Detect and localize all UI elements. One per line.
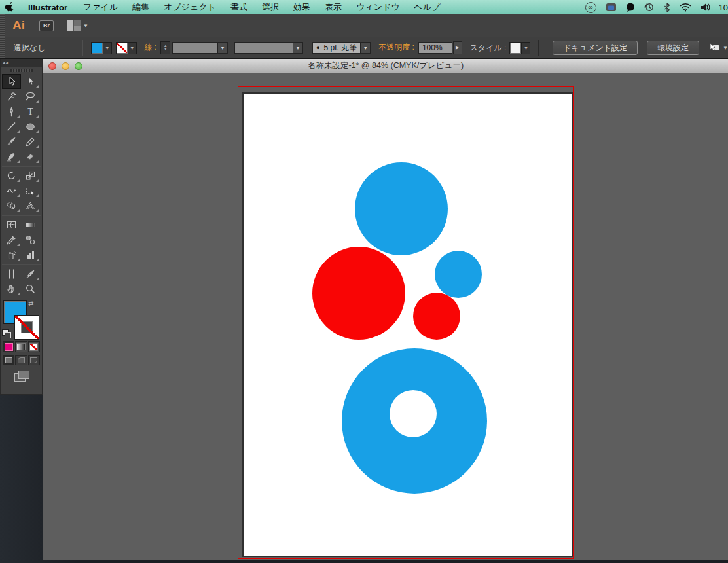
- blue-donut-hole[interactable]: [390, 390, 437, 437]
- width-profile-combo: ▼: [234, 42, 303, 54]
- selection-tool[interactable]: [2, 74, 21, 89]
- menu-object[interactable]: オブジェクト: [156, 0, 223, 14]
- menu-bar-status-icons: ∞ 10: [585, 0, 728, 14]
- direct-selection-tool[interactable]: [21, 74, 40, 89]
- free-transform-tool[interactable]: [21, 183, 40, 198]
- stroke-swatch[interactable]: [14, 315, 39, 340]
- panel-dock: ◂◂: [0, 59, 43, 563]
- stroke-weight-stepper[interactable]: ▲▼: [160, 41, 170, 54]
- draw-normal-button[interactable]: [3, 355, 14, 365]
- blue-circle-large[interactable]: [355, 162, 448, 255]
- menu-help[interactable]: ヘルプ: [407, 0, 448, 14]
- rotate-tool[interactable]: [2, 168, 21, 183]
- panel-collapse-control[interactable]: ◂◂: [1, 59, 42, 67]
- collapse-arrows-icon: ◂◂: [3, 60, 9, 65]
- none-button[interactable]: [28, 341, 40, 352]
- red-circle-small[interactable]: [413, 293, 460, 340]
- chevron-down-icon: ▼: [83, 23, 88, 29]
- swap-fill-stroke-icon[interactable]: ⇄: [28, 300, 33, 307]
- notification-bubble-icon[interactable]: [626, 0, 635, 14]
- display-mirroring-icon[interactable]: [606, 0, 617, 14]
- fill-dropdown-arrow-icon[interactable]: ▼: [103, 42, 112, 54]
- opacity-expand-icon[interactable]: ▶: [453, 41, 462, 54]
- fill-color-control[interactable]: ▼: [91, 42, 112, 54]
- screen-mode-control[interactable]: [1, 365, 42, 381]
- zoom-tool[interactable]: [21, 282, 40, 297]
- magic-wand-tool[interactable]: [2, 89, 21, 104]
- canvas[interactable]: [43, 73, 728, 560]
- menu-edit[interactable]: 編集: [125, 0, 156, 14]
- bridge-button[interactable]: Br: [39, 20, 54, 31]
- document-title-bar[interactable]: 名称未設定-1* @ 84% (CMYK/プレビュー): [43, 59, 728, 73]
- shape-builder-tool[interactable]: [2, 198, 21, 213]
- artboard[interactable]: [242, 92, 573, 557]
- menu-type[interactable]: 書式: [223, 0, 255, 14]
- draw-inside-button[interactable]: [28, 355, 40, 365]
- scale-tool[interactable]: [21, 168, 40, 183]
- style-swatch[interactable]: [509, 42, 522, 54]
- stroke-color-swatch[interactable]: [116, 42, 128, 54]
- wifi-icon[interactable]: [680, 0, 691, 14]
- gradient-tool[interactable]: [21, 217, 40, 232]
- eraser-tool[interactable]: [21, 149, 40, 164]
- style-control[interactable]: ▼: [509, 42, 530, 54]
- menu-window[interactable]: ウィンドウ: [349, 0, 407, 14]
- bluetooth-icon[interactable]: [664, 0, 670, 14]
- draw-behind-button[interactable]: [15, 355, 27, 365]
- opacity-value[interactable]: 100%: [418, 42, 452, 54]
- ellipse-tool[interactable]: [21, 119, 40, 134]
- stroke-weight-value: [172, 42, 218, 54]
- stroke-weight-label[interactable]: 線 :: [145, 42, 157, 54]
- perspective-grid-tool[interactable]: [21, 198, 40, 213]
- style-dropdown-icon[interactable]: ▼: [522, 42, 530, 54]
- blue-circle-small[interactable]: [435, 251, 482, 298]
- default-fill-stroke-icon[interactable]: [2, 329, 10, 338]
- red-circle-large[interactable]: [312, 247, 405, 340]
- symbol-sprayer-tool[interactable]: [2, 247, 21, 263]
- brush-definition-combo[interactable]: ●5 pt. 丸筆 ▼: [312, 42, 371, 54]
- fill-color-swatch[interactable]: [91, 42, 103, 54]
- blend-tool[interactable]: [21, 232, 40, 247]
- panel-grip[interactable]: [1, 67, 42, 73]
- slice-tool[interactable]: [21, 266, 40, 282]
- controlbar-grip: [0, 37, 5, 58]
- mesh-tool[interactable]: [2, 217, 21, 232]
- brush-field[interactable]: ●5 pt. 丸筆: [312, 42, 361, 54]
- arrange-documents-button[interactable]: ▼: [67, 20, 88, 31]
- menu-view[interactable]: 表示: [318, 0, 349, 14]
- eyedropper-tool[interactable]: [2, 232, 21, 247]
- width-tool[interactable]: [2, 183, 21, 198]
- document-setup-button[interactable]: ドキュメント設定: [553, 41, 638, 55]
- paintbrush-tool[interactable]: [2, 134, 21, 149]
- brush-dropdown-icon[interactable]: ▼: [361, 42, 371, 54]
- gradient-button[interactable]: [15, 341, 27, 352]
- menu-clock[interactable]: 10: [719, 3, 728, 12]
- opacity-label[interactable]: 不透明度 :: [378, 42, 414, 54]
- divider: [2, 264, 41, 265]
- line-segment-tool[interactable]: [2, 119, 21, 134]
- stroke-dropdown-arrow-icon[interactable]: ▼: [128, 42, 137, 54]
- time-machine-icon[interactable]: [644, 0, 655, 14]
- menu-effect[interactable]: 効果: [286, 0, 318, 14]
- creative-cloud-icon[interactable]: ∞: [585, 0, 596, 14]
- menu-illustrator[interactable]: Illustrator: [20, 0, 76, 14]
- select-similar-control[interactable]: ▼: [708, 43, 728, 53]
- pencil-tool[interactable]: [21, 134, 40, 149]
- stroke-color-control[interactable]: ▼: [116, 42, 137, 54]
- opacity-control[interactable]: 100%: [418, 42, 452, 54]
- hand-tool[interactable]: [2, 282, 21, 297]
- color-button[interactable]: [3, 341, 14, 352]
- arrange-documents-icon: [67, 20, 81, 31]
- menu-file[interactable]: ファイル: [76, 0, 125, 14]
- apple-menu[interactable]: [0, 0, 20, 14]
- volume-icon[interactable]: [701, 0, 711, 14]
- preferences-button[interactable]: 環境設定: [647, 41, 699, 55]
- artboard-tool[interactable]: [2, 266, 21, 282]
- column-graph-tool[interactable]: [21, 247, 40, 263]
- lasso-tool[interactable]: [21, 89, 40, 104]
- blob-brush-tool[interactable]: [2, 149, 21, 164]
- type-tool[interactable]: T: [21, 104, 40, 119]
- pen-tool[interactable]: [2, 104, 21, 119]
- menu-select[interactable]: 選択: [255, 0, 286, 14]
- divider: [2, 215, 41, 216]
